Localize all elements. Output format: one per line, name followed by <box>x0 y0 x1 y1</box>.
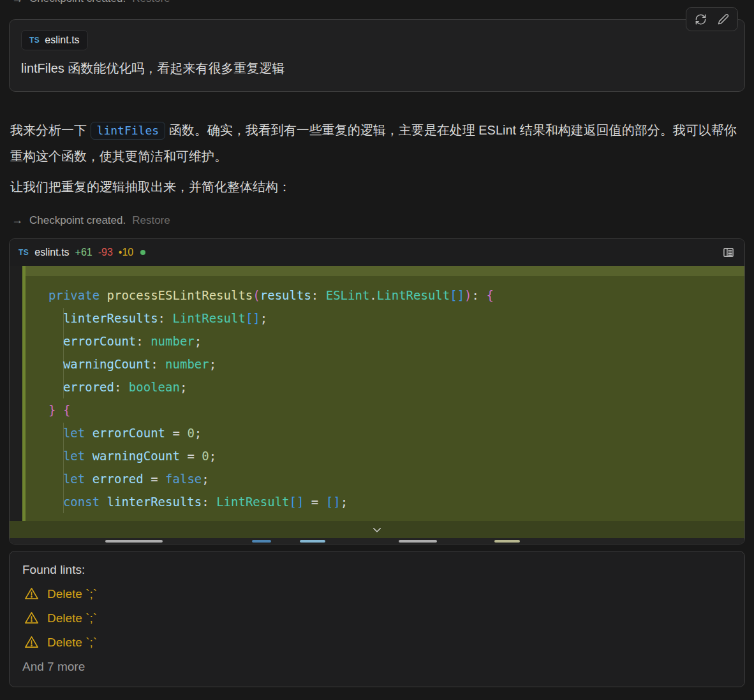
added-gutter-bar <box>22 266 26 521</box>
assistant-text: 我来分析一下 <box>10 123 91 137</box>
restore-checkpoint-icon[interactable] <box>694 13 707 26</box>
code-line: const linterResults: LintResult[] = []; <box>48 490 744 513</box>
restore-link[interactable]: Restore <box>132 0 170 6</box>
code-line: private processESLintResults(results: ES… <box>48 284 744 307</box>
edit-pencil-icon[interactable] <box>717 13 730 26</box>
lint-item: Delete `;` <box>24 611 732 625</box>
warning-triangle-icon <box>24 635 39 650</box>
typescript-badge: TS <box>18 248 29 257</box>
lint-item: Delete `;` <box>24 587 732 601</box>
lints-more-label: And 7 more <box>22 660 732 674</box>
arrow-right-icon: → <box>11 214 23 227</box>
code-line: let errored = false; <box>48 467 744 490</box>
checkpoint-label: Checkpoint created. <box>29 214 126 227</box>
status-dot <box>140 250 145 255</box>
code-line: linterResults: LintResult[]; <box>48 307 744 330</box>
deletions-count: -93 <box>98 247 113 258</box>
lints-title: Found lints: <box>22 563 732 577</box>
additions-count: +61 <box>75 247 92 258</box>
lint-message: Delete `;` <box>47 636 97 650</box>
restore-link[interactable]: Restore <box>132 214 170 227</box>
indent-guide <box>63 308 64 398</box>
lint-message: Delete `;` <box>47 587 97 601</box>
diff-panel-body: private processESLintResults(results: ES… <box>10 266 744 544</box>
open-in-editor-icon[interactable] <box>721 245 736 259</box>
message-toolbar <box>686 7 738 31</box>
clipped-added-line <box>22 266 744 276</box>
lint-rows: Delete `;` Delete `;` Delete `;` <box>22 587 732 650</box>
typescript-badge: TS <box>29 36 40 45</box>
checkpoint-label: Checkpoint created. <box>29 0 126 6</box>
clipped-code-line <box>10 538 744 544</box>
assistant-paragraph-1: 我来分析一下 lintFiles 函数。确实，我看到有一些重复的逻辑，主要是在处… <box>10 117 744 169</box>
code-line: let errorCount = 0; <box>48 421 744 444</box>
assistant-paragraph-2: 让我们把重复的逻辑抽取出来，并简化整体结构： <box>10 174 744 200</box>
diff-filename[interactable]: eslint.ts <box>34 247 69 258</box>
code-diff-panel: TS eslint.ts +61 -93 •10 private process… <box>9 238 745 544</box>
file-chip[interactable]: TS eslint.ts <box>21 30 88 50</box>
warning-triangle-icon <box>24 611 39 625</box>
code-line: warningCount: number; <box>48 353 744 376</box>
code-block: private processESLintResults(results: ES… <box>22 276 744 521</box>
code-line: errorCount: number; <box>48 330 744 353</box>
file-chip-name: eslint.ts <box>45 34 79 46</box>
checkpoint-row: → Checkpoint created. Restore <box>11 214 754 227</box>
user-message-card: TS eslint.ts lintFiles 函数能优化吗，看起来有很多重复逻辑 <box>9 19 745 92</box>
code-line: errored: boolean; <box>48 376 744 398</box>
indent-guide <box>63 423 64 513</box>
checkpoint-row-top: → Checkpoint created. Restore <box>11 0 754 6</box>
diff-panel-header: TS eslint.ts +61 -93 •10 <box>10 239 744 266</box>
lint-count: •10 <box>119 247 133 258</box>
inline-code-chip: lintFiles <box>91 122 166 140</box>
expand-diff-button[interactable] <box>10 521 744 538</box>
user-message-text: lintFiles 函数能优化吗，看起来有很多重复逻辑 <box>21 60 733 77</box>
lint-item: Delete `;` <box>24 635 732 650</box>
lint-message: Delete `;` <box>47 611 97 625</box>
code-line: let warningCount = 0; <box>48 444 744 467</box>
added-lines-block: private processESLintResults(results: ES… <box>22 266 744 521</box>
warning-triangle-icon <box>24 587 39 601</box>
code-line: } { <box>48 398 744 421</box>
found-lints-card: Found lints: Delete `;` Delete `;` <box>9 551 745 687</box>
arrow-right-icon: → <box>11 0 23 6</box>
